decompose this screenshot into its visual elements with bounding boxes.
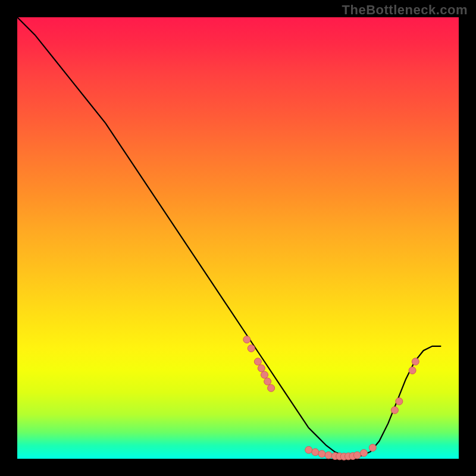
data-marker [396,398,403,405]
plot-area [17,17,459,459]
data-marker [391,406,398,414]
data-marker [248,345,255,352]
data-marker [360,449,367,456]
data-marker [409,367,416,374]
chart-frame: TheBottleneck.com [0,0,476,476]
data-marker [258,365,265,372]
data-marker [261,371,268,378]
chart-overlay [17,17,459,459]
data-marker [312,449,319,456]
bottleneck-curve [17,17,441,456]
data-markers [243,336,419,461]
data-marker [243,336,250,343]
data-marker [369,444,376,451]
data-marker [353,452,361,459]
data-marker [264,378,271,385]
data-marker [318,450,325,458]
data-marker [268,384,275,392]
watermark-text: TheBottleneck.com [342,2,468,18]
data-marker [305,446,312,453]
data-marker [412,358,419,365]
data-marker [254,358,261,365]
data-marker [325,452,332,459]
